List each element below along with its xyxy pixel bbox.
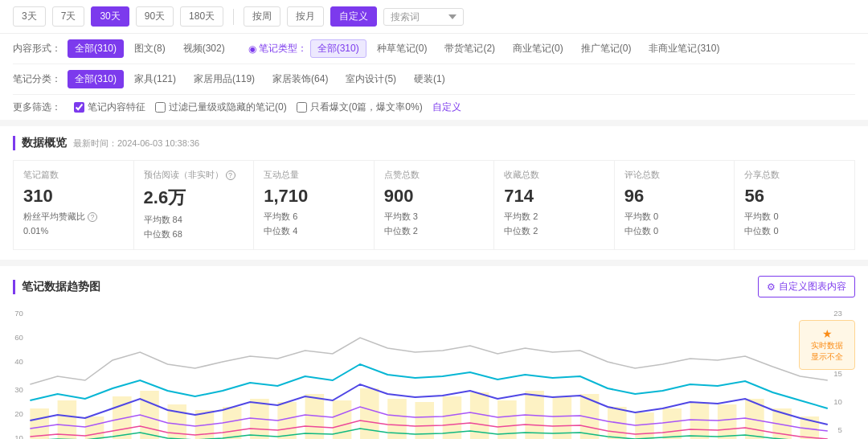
stat-sub-notes: 粉丝平均赞藏比 ? 0.01% xyxy=(23,210,124,238)
cat-all[interactable]: 全部(310) xyxy=(68,70,124,88)
content-image[interactable]: 图文(8) xyxy=(127,39,173,58)
divider xyxy=(233,9,234,25)
chart-section: 笔记数据趋势图 ⚙ 自定义图表内容 ★ 实时数据显示不全 70 60 40 30… xyxy=(0,266,868,439)
stat-card-interact: 互动总量 1,710 平均数 6 中位数 4 xyxy=(254,161,374,249)
stat-name-favs: 收藏总数 xyxy=(504,169,604,181)
svg-text:15: 15 xyxy=(833,370,842,378)
notetype-grass[interactable]: 种草笔记(0) xyxy=(370,39,435,58)
stat-value-comments: 96 xyxy=(624,186,725,207)
category-label: 笔记分类： xyxy=(13,72,61,86)
content-type-label: 内容形式： xyxy=(13,42,61,55)
realtime-badge: ★ 实时数据显示不全 xyxy=(799,320,855,370)
overview-title: 数据概览 xyxy=(13,136,67,150)
filter-viral[interactable]: 只看爆文(0篇，爆文率0%) xyxy=(297,101,423,114)
search-select[interactable]: 搜索词 xyxy=(383,8,464,26)
notetype-promote[interactable]: 推广笔记(0) xyxy=(574,39,639,58)
svg-text:10: 10 xyxy=(14,434,23,439)
data-overview-section: 数据概览 最新时间：2024-06-03 10:38:36 笔记篇数 310 粉… xyxy=(0,126,868,260)
content-type-row: 内容形式： 全部(310) 图文(8) 视频(302) ◉ 笔记类型： 全部(3… xyxy=(13,34,855,64)
svg-rect-36 xyxy=(718,404,737,439)
svg-rect-15 xyxy=(140,391,159,439)
stat-value-shares: 56 xyxy=(744,186,845,207)
svg-rect-34 xyxy=(662,408,682,439)
stat-value-read: 2.6万 xyxy=(144,186,244,210)
svg-text:5: 5 xyxy=(838,426,842,434)
overview-header: 数据概览 最新时间：2024-06-03 10:38:36 xyxy=(13,136,855,150)
stat-name-read: 预估阅读（非实时） ? xyxy=(144,169,244,181)
notetype-commercial[interactable]: 商业笔记(0) xyxy=(506,39,571,58)
chart-header: 笔记数据趋势图 ⚙ 自定义图表内容 xyxy=(13,276,855,297)
notetype-noncommercial[interactable]: 非商业笔记(310) xyxy=(641,39,727,58)
note-type-label: 笔记类型： xyxy=(259,42,307,55)
filter-note-feature[interactable]: 笔记内容特征 xyxy=(74,101,145,114)
svg-text:70: 70 xyxy=(14,310,23,318)
svg-text:23: 23 xyxy=(833,310,842,318)
stat-value-notes: 310 xyxy=(23,186,124,207)
stat-value-interact: 1,710 xyxy=(264,186,364,207)
cat-deco[interactable]: 家居装饰(64) xyxy=(265,70,335,88)
star-icon: ★ xyxy=(808,327,846,340)
content-video[interactable]: 视频(302) xyxy=(176,39,232,58)
stat-name-shares: 分享总数 xyxy=(744,169,845,181)
more-filter-label: 更多筛选： xyxy=(13,101,61,114)
chart-area: ★ 实时数据显示不全 70 60 40 30 20 10 23 20 15 10… xyxy=(13,304,855,439)
btn-180day[interactable]: 180天 xyxy=(180,6,223,27)
more-filter-row: 更多筛选： 笔记内容特征 过滤已量级或隐藏的笔记(0) 只看爆文(0篇，爆文率0… xyxy=(13,95,855,120)
stat-name-likes: 点赞总数 xyxy=(384,169,485,181)
main-container: 3天 7天 30天 90天 180天 按周 按月 自定义 搜索词 内容形式： 全… xyxy=(0,0,868,439)
cat-interior[interactable]: 室内设计(5) xyxy=(338,70,403,88)
chart-svg: 70 60 40 30 20 10 23 20 15 10 5 xyxy=(13,304,855,439)
cat-hard[interactable]: 硬装(1) xyxy=(407,70,452,88)
chart-title: 笔记数据趋势图 xyxy=(13,280,100,294)
svg-text:60: 60 xyxy=(14,334,23,342)
gear-icon: ⚙ xyxy=(767,281,776,293)
cat-household[interactable]: 家居用品(119) xyxy=(186,70,262,88)
note-type-icon: ◉ xyxy=(248,43,256,55)
btn-90day[interactable]: 90天 xyxy=(136,6,174,27)
btn-3day[interactable]: 3天 xyxy=(13,6,46,27)
stat-card-read: 预估阅读（非实时） ? 2.6万 平均数 84 中位数 68 xyxy=(134,161,254,249)
stat-name-interact: 互动总量 xyxy=(264,169,364,181)
btn-weekly[interactable]: 按周 xyxy=(244,6,280,27)
cat-furniture[interactable]: 家具(121) xyxy=(127,70,183,88)
stat-card-favs: 收藏总数 714 平均数 2 中位数 2 xyxy=(494,161,614,249)
info-icon-notes[interactable]: ? xyxy=(88,212,97,222)
top-bar: 3天 7天 30天 90天 180天 按周 按月 自定义 搜索词 xyxy=(0,0,868,34)
svg-text:40: 40 xyxy=(14,358,23,366)
stat-card-shares: 分享总数 56 平均数 0 中位数 0 xyxy=(735,161,854,249)
stat-sub-favs: 平均数 2 中位数 2 xyxy=(504,210,604,238)
svg-rect-12 xyxy=(58,400,77,439)
btn-7day[interactable]: 7天 xyxy=(52,6,85,27)
filter-section: 内容形式： 全部(310) 图文(8) 视频(302) ◉ 笔记类型： 全部(3… xyxy=(0,34,868,120)
stats-grid: 笔记篇数 310 粉丝平均赞藏比 ? 0.01% 预估阅读（非实时） ? 2.6… xyxy=(13,160,855,250)
stat-sub-shares: 平均数 0 中位数 0 xyxy=(744,210,845,238)
stat-card-notes: 笔记篇数 310 粉丝平均赞藏比 ? 0.01% xyxy=(14,161,133,249)
stat-value-likes: 900 xyxy=(384,186,485,207)
stat-name-notes: 笔记篇数 xyxy=(23,169,124,181)
btn-custom[interactable]: 自定义 xyxy=(330,6,377,27)
content-all[interactable]: 全部(310) xyxy=(68,39,124,58)
customize-chart-btn[interactable]: ⚙ 自定义图表内容 xyxy=(758,276,855,297)
stat-sub-likes: 平均数 3 中位数 2 xyxy=(384,210,485,238)
stat-value-favs: 714 xyxy=(504,186,604,207)
svg-text:20: 20 xyxy=(14,410,23,418)
notetype-product[interactable]: 带货笔记(2) xyxy=(437,39,502,58)
custom-filter-link[interactable]: 自定义 xyxy=(432,101,461,114)
category-row: 笔记分类： 全部(310) 家具(121) 家居用品(119) 家居装饰(64)… xyxy=(13,64,855,95)
stat-sub-comments: 平均数 0 中位数 0 xyxy=(624,210,725,238)
btn-30day[interactable]: 30天 xyxy=(91,6,129,27)
stat-sub-interact: 平均数 6 中位数 4 xyxy=(264,210,364,238)
stat-card-comments: 评论总数 96 平均数 0 中位数 0 xyxy=(615,161,735,249)
svg-text:30: 30 xyxy=(14,386,23,394)
btn-monthly[interactable]: 按月 xyxy=(287,6,324,27)
update-time: 最新时间：2024-06-03 10:38:36 xyxy=(73,137,199,150)
stat-card-likes: 点赞总数 900 平均数 3 中位数 2 xyxy=(375,161,494,249)
filter-exclude-hidden[interactable]: 过滤已量级或隐藏的笔记(0) xyxy=(155,101,287,114)
note-type-section: ◉ 笔记类型： xyxy=(248,42,307,55)
info-icon-read[interactable]: ? xyxy=(226,170,235,180)
svg-rect-11 xyxy=(30,408,49,439)
notetype-all[interactable]: 全部(310) xyxy=(310,39,366,58)
svg-text:10: 10 xyxy=(833,398,842,406)
stat-name-comments: 评论总数 xyxy=(624,169,725,181)
stat-sub-read: 平均数 84 中位数 68 xyxy=(144,213,244,241)
